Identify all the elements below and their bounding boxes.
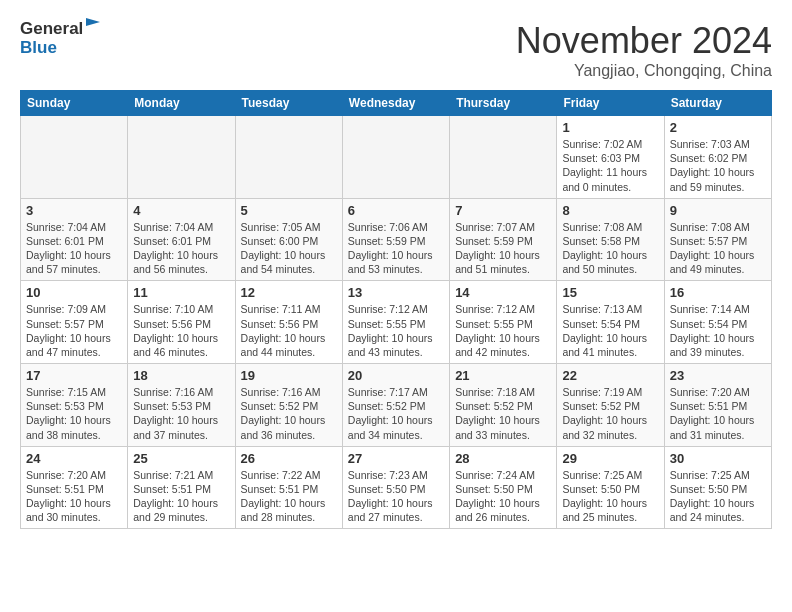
day-info: Sunrise: 7:04 AM Sunset: 6:01 PM Dayligh…: [26, 220, 122, 277]
day-info: Sunrise: 7:07 AM Sunset: 5:59 PM Dayligh…: [455, 220, 551, 277]
calendar-cell: 3Sunrise: 7:04 AM Sunset: 6:01 PM Daylig…: [21, 198, 128, 281]
day-number: 29: [562, 451, 658, 466]
logo-general: General: [20, 20, 83, 39]
day-number: 4: [133, 203, 229, 218]
day-number: 12: [241, 285, 337, 300]
day-info: Sunrise: 7:14 AM Sunset: 5:54 PM Dayligh…: [670, 302, 766, 359]
day-number: 7: [455, 203, 551, 218]
day-info: Sunrise: 7:25 AM Sunset: 5:50 PM Dayligh…: [562, 468, 658, 525]
weekday-header: Sunday: [21, 91, 128, 116]
calendar-cell: 4Sunrise: 7:04 AM Sunset: 6:01 PM Daylig…: [128, 198, 235, 281]
calendar-cell: [342, 116, 449, 199]
calendar-cell: 16Sunrise: 7:14 AM Sunset: 5:54 PM Dayli…: [664, 281, 771, 364]
day-info: Sunrise: 7:10 AM Sunset: 5:56 PM Dayligh…: [133, 302, 229, 359]
day-info: Sunrise: 7:18 AM Sunset: 5:52 PM Dayligh…: [455, 385, 551, 442]
calendar-cell: 6Sunrise: 7:06 AM Sunset: 5:59 PM Daylig…: [342, 198, 449, 281]
day-number: 5: [241, 203, 337, 218]
title-block: November 2024 Yangjiao, Chongqing, China: [516, 20, 772, 80]
calendar-cell: 15Sunrise: 7:13 AM Sunset: 5:54 PM Dayli…: [557, 281, 664, 364]
day-info: Sunrise: 7:15 AM Sunset: 5:53 PM Dayligh…: [26, 385, 122, 442]
day-number: 1: [562, 120, 658, 135]
calendar-cell: 8Sunrise: 7:08 AM Sunset: 5:58 PM Daylig…: [557, 198, 664, 281]
day-number: 26: [241, 451, 337, 466]
day-number: 13: [348, 285, 444, 300]
day-info: Sunrise: 7:24 AM Sunset: 5:50 PM Dayligh…: [455, 468, 551, 525]
day-number: 27: [348, 451, 444, 466]
weekday-header: Tuesday: [235, 91, 342, 116]
day-info: Sunrise: 7:08 AM Sunset: 5:58 PM Dayligh…: [562, 220, 658, 277]
day-info: Sunrise: 7:03 AM Sunset: 6:02 PM Dayligh…: [670, 137, 766, 194]
day-info: Sunrise: 7:04 AM Sunset: 6:01 PM Dayligh…: [133, 220, 229, 277]
calendar-cell: 2Sunrise: 7:03 AM Sunset: 6:02 PM Daylig…: [664, 116, 771, 199]
day-number: 15: [562, 285, 658, 300]
calendar-cell: 20Sunrise: 7:17 AM Sunset: 5:52 PM Dayli…: [342, 364, 449, 447]
calendar-cell: 30Sunrise: 7:25 AM Sunset: 5:50 PM Dayli…: [664, 446, 771, 529]
day-info: Sunrise: 7:05 AM Sunset: 6:00 PM Dayligh…: [241, 220, 337, 277]
calendar-cell: 22Sunrise: 7:19 AM Sunset: 5:52 PM Dayli…: [557, 364, 664, 447]
calendar-cell: 1Sunrise: 7:02 AM Sunset: 6:03 PM Daylig…: [557, 116, 664, 199]
day-info: Sunrise: 7:25 AM Sunset: 5:50 PM Dayligh…: [670, 468, 766, 525]
day-number: 22: [562, 368, 658, 383]
day-info: Sunrise: 7:09 AM Sunset: 5:57 PM Dayligh…: [26, 302, 122, 359]
day-info: Sunrise: 7:17 AM Sunset: 5:52 PM Dayligh…: [348, 385, 444, 442]
weekday-header: Friday: [557, 91, 664, 116]
calendar-cell: 29Sunrise: 7:25 AM Sunset: 5:50 PM Dayli…: [557, 446, 664, 529]
calendar-cell: 12Sunrise: 7:11 AM Sunset: 5:56 PM Dayli…: [235, 281, 342, 364]
svg-marker-0: [86, 18, 100, 34]
day-info: Sunrise: 7:06 AM Sunset: 5:59 PM Dayligh…: [348, 220, 444, 277]
calendar-cell: 9Sunrise: 7:08 AM Sunset: 5:57 PM Daylig…: [664, 198, 771, 281]
day-number: 9: [670, 203, 766, 218]
logo-blue: Blue: [20, 39, 57, 58]
day-info: Sunrise: 7:16 AM Sunset: 5:53 PM Dayligh…: [133, 385, 229, 442]
day-info: Sunrise: 7:22 AM Sunset: 5:51 PM Dayligh…: [241, 468, 337, 525]
calendar-header: SundayMondayTuesdayWednesdayThursdayFrid…: [21, 91, 772, 116]
calendar-cell: 7Sunrise: 7:07 AM Sunset: 5:59 PM Daylig…: [450, 198, 557, 281]
day-info: Sunrise: 7:08 AM Sunset: 5:57 PM Dayligh…: [670, 220, 766, 277]
calendar-cell: 26Sunrise: 7:22 AM Sunset: 5:51 PM Dayli…: [235, 446, 342, 529]
calendar-cell: 5Sunrise: 7:05 AM Sunset: 6:00 PM Daylig…: [235, 198, 342, 281]
calendar-cell: 23Sunrise: 7:20 AM Sunset: 5:51 PM Dayli…: [664, 364, 771, 447]
day-info: Sunrise: 7:12 AM Sunset: 5:55 PM Dayligh…: [455, 302, 551, 359]
weekday-header: Thursday: [450, 91, 557, 116]
day-number: 6: [348, 203, 444, 218]
calendar-cell: 21Sunrise: 7:18 AM Sunset: 5:52 PM Dayli…: [450, 364, 557, 447]
day-number: 17: [26, 368, 122, 383]
calendar-cell: 25Sunrise: 7:21 AM Sunset: 5:51 PM Dayli…: [128, 446, 235, 529]
calendar-cell: [235, 116, 342, 199]
day-number: 19: [241, 368, 337, 383]
day-number: 25: [133, 451, 229, 466]
day-number: 18: [133, 368, 229, 383]
calendar-cell: [450, 116, 557, 199]
day-number: 8: [562, 203, 658, 218]
day-info: Sunrise: 7:11 AM Sunset: 5:56 PM Dayligh…: [241, 302, 337, 359]
day-info: Sunrise: 7:16 AM Sunset: 5:52 PM Dayligh…: [241, 385, 337, 442]
calendar-cell: 19Sunrise: 7:16 AM Sunset: 5:52 PM Dayli…: [235, 364, 342, 447]
day-info: Sunrise: 7:12 AM Sunset: 5:55 PM Dayligh…: [348, 302, 444, 359]
calendar-cell: 10Sunrise: 7:09 AM Sunset: 5:57 PM Dayli…: [21, 281, 128, 364]
calendar-cell: 18Sunrise: 7:16 AM Sunset: 5:53 PM Dayli…: [128, 364, 235, 447]
logo: General Blue: [20, 20, 104, 57]
logo-flag-icon: [86, 16, 104, 34]
calendar-cell: 14Sunrise: 7:12 AM Sunset: 5:55 PM Dayli…: [450, 281, 557, 364]
day-number: 11: [133, 285, 229, 300]
day-number: 28: [455, 451, 551, 466]
day-number: 14: [455, 285, 551, 300]
weekday-header: Wednesday: [342, 91, 449, 116]
calendar-cell: 13Sunrise: 7:12 AM Sunset: 5:55 PM Dayli…: [342, 281, 449, 364]
day-number: 21: [455, 368, 551, 383]
day-number: 10: [26, 285, 122, 300]
calendar-cell: 27Sunrise: 7:23 AM Sunset: 5:50 PM Dayli…: [342, 446, 449, 529]
day-number: 2: [670, 120, 766, 135]
day-info: Sunrise: 7:13 AM Sunset: 5:54 PM Dayligh…: [562, 302, 658, 359]
day-info: Sunrise: 7:20 AM Sunset: 5:51 PM Dayligh…: [26, 468, 122, 525]
calendar-cell: [21, 116, 128, 199]
calendar-cell: 24Sunrise: 7:20 AM Sunset: 5:51 PM Dayli…: [21, 446, 128, 529]
day-number: 16: [670, 285, 766, 300]
day-info: Sunrise: 7:23 AM Sunset: 5:50 PM Dayligh…: [348, 468, 444, 525]
calendar-cell: 11Sunrise: 7:10 AM Sunset: 5:56 PM Dayli…: [128, 281, 235, 364]
calendar-table: SundayMondayTuesdayWednesdayThursdayFrid…: [20, 90, 772, 529]
weekday-header: Monday: [128, 91, 235, 116]
day-number: 24: [26, 451, 122, 466]
day-number: 23: [670, 368, 766, 383]
calendar-cell: [128, 116, 235, 199]
